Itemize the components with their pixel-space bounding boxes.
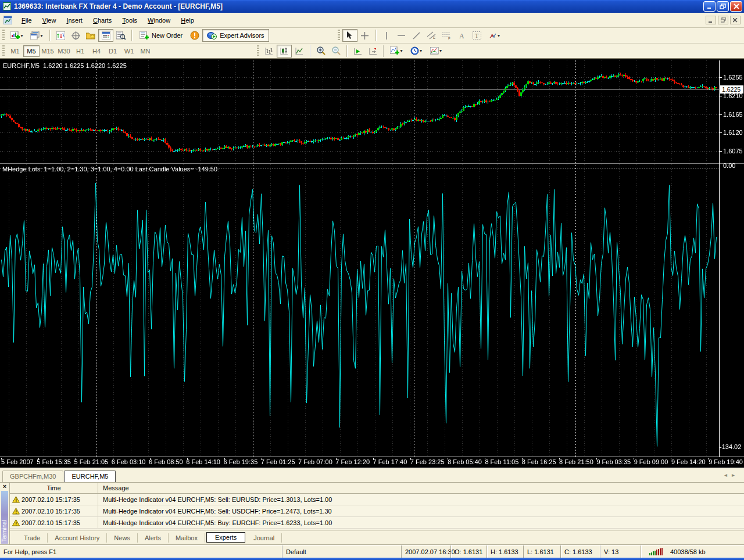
restore-button[interactable] [717,1,729,12]
candlestick-chart-button[interactable] [277,45,292,58]
horizontal-line-tool-button[interactable] [394,29,409,42]
svg-text:E: E [433,36,435,40]
time-axis-label: 9 Feb 19:40 [709,458,743,465]
title-bar: 1369633: Interbank FX Trader 4 - Demo Ac… [0,0,744,13]
connection-signal-icon [649,548,664,555]
child-restore-button[interactable] [718,16,728,24]
status-open-price: O: 1.6131 [450,545,487,558]
chart-tab[interactable]: EURCHF,M5 [64,471,116,482]
status-connection: 40038/58 kb [641,545,744,558]
terminal-tab[interactable]: Alerts [138,533,169,543]
auto-scroll-button[interactable] [350,45,365,58]
time-axis-label: 9 Feb 14:20 [671,458,706,465]
price-chart-canvas[interactable] [0,59,744,468]
menu-item[interactable]: Insert [61,15,88,26]
mt4-window: 1369633: Interbank FX Trader 4 - Demo Ac… [0,0,744,560]
timeframe-button[interactable]: M30 [56,45,72,57]
chart-shift-button[interactable] [365,45,380,58]
timeframe-button[interactable]: M5 [23,45,40,57]
toolbar-grip[interactable] [2,30,5,41]
menu-item[interactable]: Charts [88,15,117,26]
toolbar-grip[interactable] [2,45,5,57]
terminal-row[interactable]: 2007.02.10 15:17:35 Multi-Hedge Indicato… [10,517,744,529]
child-minimize-button[interactable] [706,16,716,24]
zoom-in-button[interactable] [313,45,328,58]
dropdown-caret-icon: ▾ [420,48,422,53]
arrow-objects-button[interactable]: ▾ [485,29,505,42]
menu-item[interactable]: Window [142,15,176,26]
time-axis: 5 Feb 20075 Feb 15:355 Feb 21:056 Feb 03… [0,458,744,465]
child-close-button[interactable] [730,16,741,24]
data-window-button[interactable] [113,29,128,42]
terminal-tab[interactable]: Journal [246,533,282,543]
new-order-button[interactable]: New Order [135,29,187,42]
column-header-time[interactable]: Time [10,483,98,493]
terminal-strip[interactable]: Terminal [1,491,8,544]
templates-button[interactable]: ▾ [426,45,446,58]
timeframe-button[interactable]: H1 [72,45,88,57]
toolbar-grip[interactable] [338,30,340,41]
status-bar: For Help, press F1 Default 2007.02.07 16… [0,545,744,558]
timeframe-button[interactable]: W1 [121,45,137,57]
time-axis-label: 9 Feb 09:00 [634,458,668,465]
fibonacci-tool-button[interactable]: F [439,29,455,42]
terminal-close-icon[interactable]: × [3,483,6,490]
periods-button[interactable]: ▾ [406,45,426,58]
timeframe-button[interactable]: D1 [105,45,121,57]
time-axis-label: 7 Feb 12:20 [335,458,370,465]
app-icon [2,2,12,11]
terminal-tab[interactable]: Mailbox [169,533,205,543]
tick-chart-button[interactable] [53,29,68,42]
navigator-button[interactable] [68,29,83,42]
timeframe-button[interactable]: MN [137,45,153,57]
warning-icon [12,496,20,503]
expert-advisors-button[interactable]: Expert Advisors [202,29,269,42]
terminal-header: Time Message [10,483,744,494]
timeframe-button[interactable]: H4 [88,45,105,57]
toolbar-grip[interactable] [257,45,259,57]
chart-window-icon[interactable] [3,16,13,25]
text-tool-button[interactable]: A [455,29,470,42]
profiles-button[interactable]: ▾ [27,29,46,42]
menu-item[interactable]: File [16,15,37,26]
menu-item[interactable]: Help [176,15,199,26]
line-chart-button[interactable] [292,45,307,58]
indicators-button[interactable]: ▾ [387,45,406,58]
status-profile[interactable]: Default [282,545,401,558]
menu-item[interactable]: Tools [117,15,142,26]
timeframe-button[interactable]: M1 [7,45,23,57]
terminal-tab[interactable]: Experts [206,532,245,543]
terminal-row[interactable]: 2007.02.10 15:17:35 Multi-Hedge Indicato… [10,505,744,517]
timeframe-button[interactable]: M15 [40,45,56,57]
equidistant-channel-tool-button[interactable]: E [424,29,439,42]
vertical-line-tool-button[interactable] [379,29,394,42]
close-button[interactable] [730,1,742,12]
price-axis-label: 1.6075 [723,148,743,155]
text-label-tool-button[interactable]: T [470,29,485,42]
cursor-tool-button[interactable] [342,29,357,42]
autotrading-warning-icon[interactable] [187,29,202,42]
chart-area[interactable]: EURCHF,M5 1.6220 1.6225 1.6220 1.6225 MH… [0,59,744,468]
chart-tabs: GBPCHFm,M30EURCHF,M5 [2,468,116,482]
bar-chart-button[interactable] [262,45,277,58]
trendline-tool-button[interactable] [409,29,424,42]
time-axis-label: 7 Feb 01:25 [261,458,295,465]
time-axis-label: 7 Feb 07:00 [298,458,332,465]
minimize-button[interactable] [703,1,716,12]
tab-scroll-arrows[interactable]: ◂▸ [724,472,739,478]
favorites-button[interactable] [83,29,98,42]
menu-item[interactable]: View [37,15,62,26]
new-chart-button[interactable]: ▾ [7,29,27,42]
terminal-tab[interactable]: News [107,533,138,543]
column-header-message[interactable]: Message [98,484,129,491]
terminal-row[interactable]: 2007.02.10 15:17:35 Multi-Hedge Indicato… [10,494,744,505]
window-frame-bottom [0,558,744,560]
indicator-label: MHedge Lots: 1=1.00, 2=1.30, 3=1.00, 4=0… [2,166,217,173]
crosshair-tool-button[interactable] [357,29,373,42]
terminal-tab[interactable]: Trade [17,533,48,543]
market-watch-button[interactable] [98,29,113,42]
zoom-out-button[interactable] [328,45,344,58]
chart-tab[interactable]: GBPCHFm,M30 [2,471,63,482]
terminal-row-time: 2007.02.10 15:17:35 [22,494,98,505]
terminal-tab[interactable]: Account History [48,533,107,543]
